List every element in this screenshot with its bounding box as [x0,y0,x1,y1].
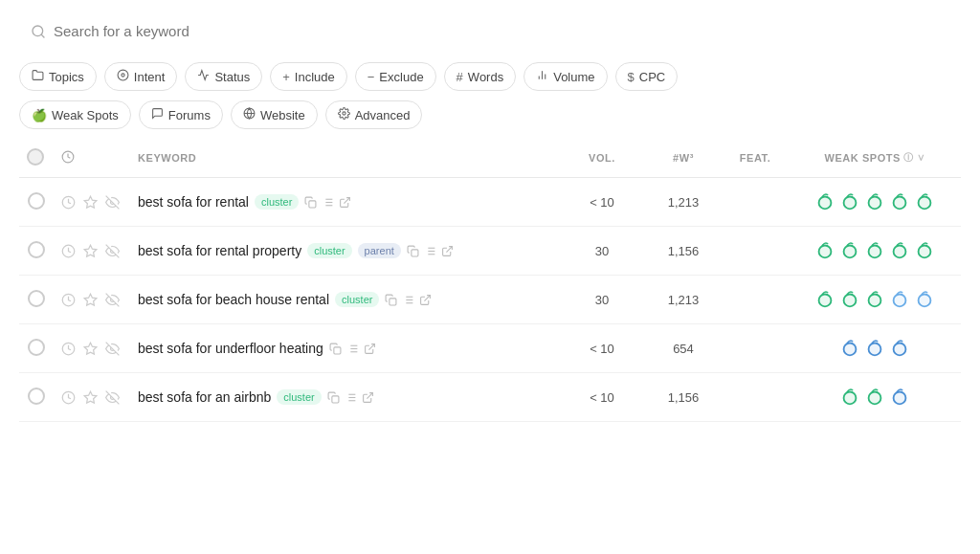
col-header-words[interactable]: #W³ [645,139,722,178]
table-row: best sofa for rental cluster < 10 1,213 [19,178,961,227]
keyword-text: best sofa for beach house rental [138,292,329,307]
keyword-action-icons [304,196,351,209]
svg-point-84 [844,392,857,405]
svg-point-22 [819,197,832,210]
col-header-vol[interactable]: Vol. [559,139,645,178]
keyword-action-icons [407,245,454,257]
copy-icon[interactable] [385,294,397,306]
external-link-icon[interactable] [339,196,351,209]
globe-icon [243,107,256,122]
list-icon[interactable] [402,294,414,306]
copy-icon[interactable] [304,196,317,209]
row-checkbox-cell [19,324,54,373]
star-icon[interactable] [83,195,98,210]
copy-icon[interactable] [407,245,419,257]
weak-spots-icons [796,240,953,261]
eye-off-icon[interactable] [105,195,120,210]
dollar-icon: $ [628,70,635,84]
minus-icon: − [368,70,375,84]
svg-point-58 [919,295,931,307]
words-cell: 654 [645,324,722,373]
chat-icon [151,107,164,122]
badge-parent: parent [358,243,401,258]
weak-spots-cell [789,373,961,422]
sort-icon: ⓘ ∨ [903,151,924,165]
keyword-action-icons [385,294,432,306]
weak-spots-icons [796,191,953,212]
row-checkbox-cell [19,227,54,276]
col-header-keyword: Keyword [130,139,559,178]
filter-exclude[interactable]: − Exclude [355,62,436,91]
svg-point-39 [844,246,857,258]
external-link-icon[interactable] [364,343,376,355]
row-checkbox-cell [19,276,54,324]
svg-point-24 [869,197,881,210]
external-link-icon[interactable] [419,294,432,306]
row-checkbox[interactable] [28,290,45,307]
filter-include[interactable]: + Include [270,62,347,91]
feat-cell [722,276,789,324]
row-action-icons [54,227,130,276]
filter-topics[interactable]: Topics [19,62,97,91]
external-link-icon[interactable] [362,391,374,404]
weak-spots-cell [789,178,961,227]
col-header-weak[interactable]: Weak Spots ⓘ ∨ [789,139,961,178]
row-checkbox[interactable] [28,339,45,356]
star-icon[interactable] [83,342,98,356]
svg-line-69 [368,343,374,349]
weak-spots-cell [789,276,961,324]
star-icon[interactable] [83,293,98,307]
badge-cluster: cluster [255,194,299,210]
filter-forums[interactable]: Forums [139,100,223,129]
filter-volume[interactable]: Volume [523,62,607,91]
header-checkbox[interactable] [27,148,44,166]
eye-off-icon[interactable] [105,342,120,356]
filter-cpc[interactable]: $ CPC [615,62,679,91]
star-icon[interactable] [83,244,98,258]
eye-off-icon[interactable] [105,293,120,307]
clock-row-icon [61,244,76,258]
badge-cluster: cluster [335,292,379,307]
search-input[interactable] [54,23,341,39]
filter-weak-spots[interactable]: 🍏 Weak Spots [19,100,131,129]
words-cell: 1,213 [645,276,722,324]
filter-advanced[interactable]: Advanced [325,100,423,129]
svg-point-40 [869,246,881,258]
table-row: best sofa for beach house rental cluster… [19,276,961,324]
weak-spots-cell [789,227,961,276]
eye-off-icon[interactable] [105,390,120,405]
row-checkbox[interactable] [28,241,45,258]
svg-point-85 [869,392,881,405]
svg-point-86 [894,392,906,405]
svg-marker-28 [84,245,97,256]
wave-icon [197,69,210,84]
vol-cell: 30 [559,276,645,324]
feat-cell [722,178,789,227]
row-checkbox[interactable] [28,388,45,405]
copy-icon[interactable] [327,391,340,404]
external-link-icon[interactable] [441,245,454,257]
hash-icon: # [457,70,463,84]
row-checkbox[interactable] [28,192,45,210]
svg-point-3 [122,74,124,77]
list-icon[interactable] [424,245,436,257]
star-icon[interactable] [83,390,98,405]
svg-rect-30 [412,249,418,255]
svg-point-23 [844,197,857,210]
filter-website[interactable]: Website [231,100,318,129]
filter-words[interactable]: # Words [444,62,517,91]
svg-point-41 [894,246,906,258]
keyword-text: best sofa for rental property [138,243,301,258]
copy-icon[interactable] [329,343,342,355]
list-icon[interactable] [346,343,359,355]
eye-off-icon[interactable] [105,244,120,258]
filter-intent[interactable]: Intent [104,62,178,91]
row-checkbox-cell [19,178,54,227]
list-icon[interactable] [322,196,334,209]
search-bar[interactable] [19,15,961,47]
filter-status[interactable]: Status [185,62,262,91]
weak-spots-icons [796,338,953,359]
svg-marker-12 [84,196,97,208]
search-icon [31,24,46,39]
list-icon[interactable] [345,391,357,404]
